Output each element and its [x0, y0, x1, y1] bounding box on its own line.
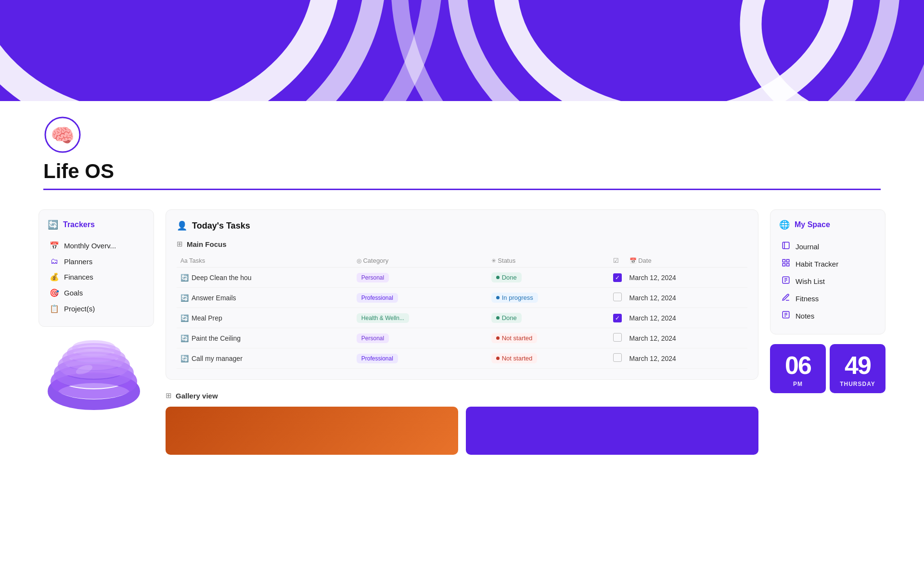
- status-dot: [496, 357, 500, 360]
- gallery-card-1[interactable]: [466, 407, 758, 455]
- myspace-label-1: Habit Tracker: [796, 260, 838, 268]
- checkbox-unchecked[interactable]: [613, 333, 622, 342]
- svg-text:🧠: 🧠: [51, 124, 75, 147]
- myspace-item-wish-list[interactable]: Wish List: [779, 272, 876, 290]
- left-panel: 🔄 Trackers 📅Monthly Overv...🗂Planners💰Fi…: [38, 209, 154, 435]
- myspace-item-journal[interactable]: Journal: [779, 238, 876, 255]
- tracker-label-3: Goals: [64, 289, 83, 297]
- status-dot: [496, 316, 500, 320]
- main-focus-title: Main Focus: [187, 240, 227, 248]
- tracker-label-1: Planners: [64, 257, 92, 266]
- table-icon: ⊞: [177, 240, 183, 248]
- task-name: Call my manager: [192, 355, 243, 362]
- task-check[interactable]: [609, 288, 626, 308]
- task-check[interactable]: [609, 348, 626, 369]
- trackers-card: 🔄 Trackers 📅Monthly Overv...🗂Planners💰Fi…: [38, 209, 154, 327]
- donut-svg: [43, 338, 144, 435]
- svg-rect-23: [787, 264, 789, 266]
- col-status: ✳ Status: [488, 254, 609, 268]
- task-name-cell: 🔄 Deep Clean the hou: [177, 268, 353, 288]
- tracker-item-4[interactable]: 📋Project(s): [48, 301, 145, 317]
- myspace-label-2: Wish List: [796, 277, 825, 285]
- myspace-item-habit-tracker[interactable]: Habit Tracker: [779, 255, 876, 272]
- myspace-list: JournalHabit TrackerWish ListFitnessNote…: [779, 238, 876, 324]
- task-category: Professional: [353, 288, 488, 308]
- svg-rect-18: [783, 242, 789, 249]
- col-category: ◎ Category: [353, 254, 488, 268]
- category-badge: Personal: [357, 273, 389, 282]
- task-name-cell: 🔄 Call my manager: [177, 348, 353, 369]
- title-divider: [43, 189, 881, 190]
- table-row: 🔄 Answer Emails Professional In progress…: [177, 288, 747, 308]
- task-date: March 12, 2024: [626, 308, 747, 328]
- right-panel: 🌐 My Space JournalHabit TrackerWish List…: [770, 209, 886, 393]
- category-badge: Professional: [357, 354, 398, 363]
- tracker-item-3[interactable]: 🎯Goals: [48, 285, 145, 301]
- myspace-item-notes[interactable]: Notes: [779, 307, 876, 324]
- clock-minute: 49: [845, 353, 871, 378]
- task-status: Done: [488, 268, 609, 288]
- table-row: 🔄 Paint the Ceiling Personal Not started…: [177, 328, 747, 348]
- table-row: 🔄 Meal Prep Health & Welln... Done ✓ Mar…: [177, 308, 747, 328]
- status-badge: Done: [491, 272, 522, 282]
- myspace-item-fitness[interactable]: Fitness: [779, 290, 876, 307]
- myspace-card: 🌐 My Space JournalHabit TrackerWish List…: [770, 209, 886, 334]
- task-date: March 12, 2024: [626, 328, 747, 348]
- status-dot: [496, 296, 500, 299]
- myspace-label-3: Fitness: [796, 295, 819, 303]
- checkbox-checked[interactable]: ✓: [613, 314, 622, 322]
- header-banner: [0, 0, 924, 101]
- task-tbody: 🔄 Deep Clean the hou Personal Done ✓ Mar…: [177, 268, 747, 369]
- tasks-card-header: 👤 Today's Tasks: [177, 220, 747, 231]
- task-category: Personal: [353, 268, 488, 288]
- task-cycle-icon: 🔄: [180, 334, 189, 342]
- status-badge: Not started: [491, 353, 538, 363]
- svg-rect-22: [783, 264, 785, 266]
- tasks-icon: 👤: [177, 220, 187, 231]
- tracker-item-0[interactable]: 📅Monthly Overv...: [48, 238, 145, 254]
- table-row: 🔄 Deep Clean the hou Personal Done ✓ Mar…: [177, 268, 747, 288]
- clock-container: 06 PM 49 THURSDAY: [770, 344, 886, 393]
- task-date: March 12, 2024: [626, 348, 747, 369]
- myspace-icon-2: [781, 276, 791, 286]
- trackers-header: 🔄 Trackers: [48, 219, 145, 230]
- checkbox-checked[interactable]: ✓: [613, 273, 622, 282]
- task-name-cell: 🔄 Paint the Ceiling: [177, 328, 353, 348]
- task-category: Health & Welln...: [353, 308, 488, 328]
- center-panel: 👤 Today's Tasks ⊞ Main Focus Aa Tasks ◎ …: [166, 209, 758, 455]
- gallery-card-0[interactable]: [166, 407, 458, 455]
- task-check[interactable]: [609, 328, 626, 348]
- clock-hour-block: 06 PM: [770, 344, 826, 393]
- checkbox-unchecked[interactable]: [613, 293, 622, 301]
- myspace-icon-4: [781, 310, 791, 321]
- checkbox-unchecked[interactable]: [613, 353, 622, 362]
- tracker-item-1[interactable]: 🗂Planners: [48, 254, 145, 269]
- task-check[interactable]: ✓: [609, 308, 626, 328]
- myspace-icon: 🌐: [779, 219, 790, 230]
- task-cycle-icon: 🔄: [180, 355, 189, 362]
- status-dot: [496, 276, 500, 279]
- task-cycle-icon: 🔄: [180, 294, 189, 302]
- trackers-title: Trackers: [63, 220, 95, 229]
- task-name: Deep Clean the hou: [192, 274, 252, 282]
- myspace-label-4: Notes: [796, 312, 814, 320]
- tracker-item-2[interactable]: 💰Finances: [48, 269, 145, 285]
- task-table: Aa Tasks ◎ Category ✳ Status ☑ 📅 Date: [177, 254, 747, 369]
- col-check: ☑: [609, 254, 626, 268]
- title-section: 🧠 Life OS: [0, 101, 924, 209]
- task-cycle-icon: 🔄: [180, 274, 189, 282]
- task-name: Meal Prep: [192, 314, 222, 322]
- status-badge: Not started: [491, 333, 538, 343]
- gallery-section: ⊞ Gallery view: [166, 391, 758, 455]
- task-check[interactable]: ✓: [609, 268, 626, 288]
- task-name: Answer Emails: [192, 294, 236, 302]
- svg-rect-20: [783, 259, 785, 262]
- tracker-icon-1: 🗂: [50, 257, 59, 266]
- trackers-icon: 🔄: [48, 219, 58, 230]
- myspace-icon-1: [781, 258, 791, 269]
- page-title: Life OS: [43, 160, 114, 183]
- col-tasks: Aa Tasks: [177, 254, 353, 268]
- table-row: 🔄 Call my manager Professional Not start…: [177, 348, 747, 369]
- table-header-row: Aa Tasks ◎ Category ✳ Status ☑ 📅 Date: [177, 254, 747, 268]
- status-badge: Done: [491, 313, 522, 323]
